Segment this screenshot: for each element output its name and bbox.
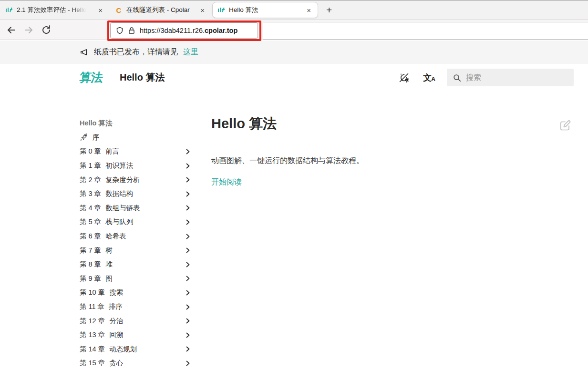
chapter-name: 动态规划 — [109, 345, 137, 354]
sidebar-chapter-item[interactable]: 第 5 章 栈与队列 — [80, 215, 190, 229]
chevron-right-icon[interactable] — [186, 148, 190, 155]
chapter-name: 分治 — [109, 317, 123, 326]
chapter-number: 第 4 章 — [80, 204, 101, 213]
chevron-right-icon[interactable] — [186, 247, 190, 254]
chapter-number: 第 3 章 — [80, 189, 101, 198]
chapter-number: 第 10 章 — [80, 288, 105, 297]
chevron-right-icon[interactable] — [186, 318, 190, 324]
tab-hello-algo-active[interactable]: Hello 算法 × — [212, 2, 318, 18]
search-input[interactable] — [466, 73, 568, 82]
chapter-name: 初识算法 — [105, 161, 133, 170]
chapter-number: 第 1 章 — [80, 161, 101, 170]
theme-toggle-icon[interactable] — [398, 72, 410, 83]
search-icon — [453, 73, 461, 82]
chapter-number: 第 13 章 — [80, 330, 105, 339]
sidebar-chapter-item[interactable]: 第 8 章 堆 — [80, 257, 190, 272]
chevron-right-icon[interactable] — [186, 191, 190, 197]
tab-title: 2.1 算法效率评估 - Hello — [17, 6, 86, 14]
sidebar-chapter-item[interactable]: 第 12 章 分治 — [80, 314, 190, 328]
browser-toolbar: https://3dab4211.r26.cpolar.top — [0, 20, 588, 40]
language-translate-icon[interactable]: 文A — [423, 73, 435, 82]
sidebar-site-title: Hello 算法 — [80, 116, 190, 131]
tab-algo-2-1[interactable]: 2.1 算法效率评估 - Hello × — [0, 2, 109, 18]
tab-close-icon[interactable]: × — [96, 6, 104, 15]
browser-tab-bar: 2.1 算法效率评估 - Hello × C 在线隧道列表 - Cpolar ×… — [0, 0, 588, 20]
address-bar[interactable]: https://3dab4211.r26.cpolar.top — [110, 22, 258, 39]
chevron-right-icon[interactable] — [186, 163, 190, 169]
new-tab-button[interactable]: + — [323, 4, 335, 16]
sidebar-chapter-item[interactable]: 第 10 章 搜索 — [80, 286, 190, 300]
start-reading-link[interactable]: 开始阅读 — [211, 177, 242, 187]
chapter-number: 第 8 章 — [80, 260, 101, 269]
megaphone-icon — [80, 48, 89, 57]
chapter-name: 贪心 — [109, 359, 123, 368]
chapter-number: 第 7 章 — [80, 246, 101, 255]
sidebar-chapter-item[interactable]: 第 9 章 图 — [80, 272, 190, 286]
chapter-name: 搜索 — [109, 288, 123, 297]
site-title: Hello 算法 — [120, 71, 165, 84]
urlbar-extension — [263, 22, 588, 40]
hello-algo-favicon — [217, 6, 225, 14]
cpolar-favicon: C — [115, 6, 123, 14]
chapter-number: 第 5 章 — [80, 217, 101, 226]
reload-button-icon[interactable] — [41, 25, 52, 35]
sidebar-chapter-item[interactable]: 第 3 章 数据结构 — [80, 187, 190, 201]
chapter-number: 第 12 章 — [80, 317, 105, 326]
sidebar-item-label: 序 — [93, 133, 100, 142]
chapter-number: 第 15 章 — [80, 359, 105, 368]
sidebar-item-preface[interactable]: 序 — [80, 131, 190, 145]
chevron-right-icon[interactable] — [186, 176, 190, 183]
chevron-right-icon[interactable] — [186, 261, 190, 268]
rocket-icon — [80, 133, 88, 142]
url-text: https://3dab4211.r26.cpolar.top — [140, 27, 237, 34]
tab-cpolar[interactable]: C 在线隧道列表 - Cpolar × — [110, 2, 211, 18]
chapter-number: 第 9 章 — [80, 274, 101, 283]
main-content: Hello 算法 动画图解、一键运行的数据结构与算法教程。 开始阅读 — [211, 114, 516, 187]
chapter-name: 树 — [105, 246, 113, 255]
chapter-number: 第 2 章 — [80, 175, 101, 185]
tab-close-icon[interactable]: × — [305, 6, 313, 15]
lock-icon[interactable] — [128, 27, 135, 34]
announcement-link[interactable]: 这里 — [183, 47, 198, 57]
chapter-name: 回溯 — [109, 330, 123, 339]
chevron-right-icon[interactable] — [186, 275, 190, 282]
chapter-number: 第 14 章 — [80, 345, 105, 354]
sidebar-chapter-item[interactable]: 第 6 章 哈希表 — [80, 229, 190, 244]
page-description: 动画图解、一键运行的数据结构与算法教程。 — [211, 156, 516, 166]
chapter-number: 第 0 章 — [80, 147, 101, 156]
shield-icon[interactable] — [116, 27, 124, 34]
sidebar-chapter-item[interactable]: 第 4 章 数组与链表 — [80, 201, 190, 216]
chevron-right-icon[interactable] — [186, 233, 190, 240]
chapter-name: 堆 — [105, 260, 113, 269]
chevron-right-icon[interactable] — [186, 289, 190, 296]
chapter-name: 复杂度分析 — [105, 175, 140, 185]
sidebar-chapter-item[interactable]: 第 11 章 排序 — [80, 300, 190, 314]
sidebar-chapter-item[interactable]: 第 7 章 树 — [80, 243, 190, 257]
sidebar-nav: Hello 算法 序 第 0 章 前言 第 1 章 初识算法 第 2 章 复杂度… — [80, 116, 190, 370]
chapter-number: 第 11 章 — [80, 302, 104, 311]
chevron-right-icon[interactable] — [186, 304, 190, 310]
tab-close-icon[interactable]: × — [198, 6, 206, 15]
sidebar-chapter-item[interactable]: 第 2 章 复杂度分析 — [80, 173, 190, 187]
chapter-number: 第 6 章 — [80, 232, 101, 241]
chapter-name: 数组与链表 — [105, 204, 140, 213]
chevron-right-icon[interactable] — [186, 346, 190, 352]
chevron-right-icon[interactable] — [186, 360, 190, 367]
search-box[interactable] — [447, 69, 574, 86]
sidebar-chapter-item[interactable]: 第 14 章 动态规划 — [80, 342, 190, 357]
chapter-list: 第 0 章 前言 第 1 章 初识算法 第 2 章 复杂度分析 第 3 章 数据… — [80, 144, 190, 370]
forward-button-icon[interactable] — [23, 25, 34, 35]
sidebar-chapter-item[interactable]: 第 13 章 回溯 — [80, 328, 190, 342]
sidebar-chapter-item[interactable]: 第 15 章 贪心 — [80, 356, 190, 370]
site-logo[interactable]: 算法 — [79, 72, 103, 83]
sidebar-chapter-item[interactable]: 第 1 章 初识算法 — [80, 159, 190, 173]
page-title: Hello 算法 — [211, 114, 516, 134]
chevron-right-icon[interactable] — [186, 219, 190, 226]
edit-page-icon[interactable] — [559, 119, 571, 132]
chapter-name: 前言 — [105, 147, 119, 156]
hello-algo-favicon — [5, 6, 13, 14]
sidebar-chapter-item[interactable]: 第 0 章 前言 — [80, 144, 190, 159]
back-button-icon[interactable] — [6, 25, 17, 35]
chevron-right-icon[interactable] — [186, 332, 190, 339]
chevron-right-icon[interactable] — [186, 205, 190, 211]
